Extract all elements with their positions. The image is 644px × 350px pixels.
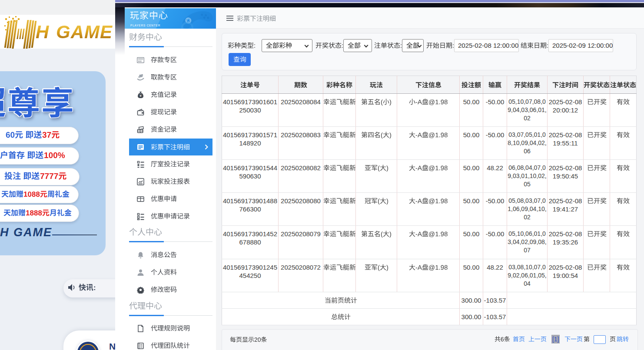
svg-text:¥: ¥: [139, 94, 142, 98]
